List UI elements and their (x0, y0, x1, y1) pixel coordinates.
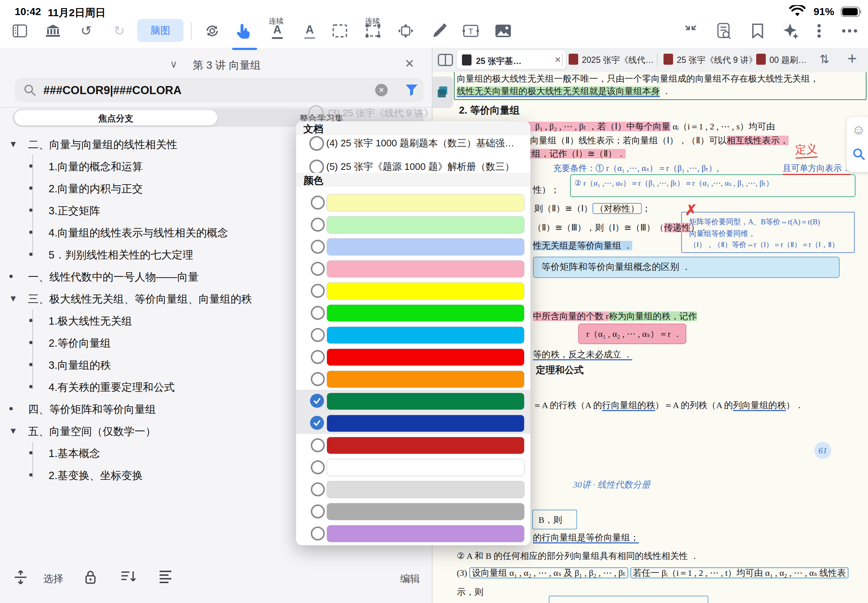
color-filter-item[interactable] (296, 305, 531, 326)
radio-icon[interactable] (309, 136, 324, 151)
radio-icon[interactable] (311, 218, 325, 232)
edit-button[interactable]: 编辑 (400, 572, 420, 585)
radio-icon (308, 105, 324, 121)
pencil-tool-icon[interactable] (431, 22, 448, 40)
collapse-icon[interactable] (682, 22, 699, 40)
page-number-badge[interactable]: 61 (814, 442, 831, 459)
color-filter-item[interactable] (296, 216, 531, 238)
radio-icon[interactable] (311, 306, 325, 320)
rect-select-tool-icon[interactable] (331, 22, 349, 40)
radio-icon[interactable] (311, 527, 325, 541)
pdf-annotation-box (549, 596, 709, 603)
app-window: 10:42 11月2日周日 91% ↺ ↻ 脑图 连续 (0, 0, 868, 603)
tab-sort-icon[interactable]: ⇅ (820, 52, 829, 66)
select-hand-tool-icon[interactable] (235, 22, 253, 40)
tab-focus-branch-label[interactable]: 焦点分支 (12, 113, 219, 124)
undo-icon[interactable]: ↺ (77, 22, 95, 40)
collapse-triangle-icon[interactable]: ▼ (9, 139, 18, 149)
underline-text-tool-icon[interactable]: A (301, 22, 319, 40)
radio-icon[interactable] (311, 372, 325, 386)
active-tool-indicator (232, 48, 257, 50)
toolbar-divider (191, 22, 192, 40)
status-time: 10:42 (15, 6, 41, 18)
emoji-icon[interactable]: ☺ (852, 122, 865, 138)
search-bar: ✕ (15, 78, 424, 102)
collapse-triangle-icon[interactable]: ▼ (9, 426, 18, 436)
color-filter-item[interactable] (296, 260, 531, 282)
image-tool-icon[interactable] (494, 22, 512, 40)
color-filter-item[interactable] (296, 459, 531, 481)
bookmark-icon[interactable] (749, 22, 766, 40)
collapse-triangle-icon[interactable]: ▼ (9, 294, 18, 304)
radio-icon[interactable] (311, 482, 325, 496)
radio-icon[interactable] (311, 504, 325, 518)
color-filter-item[interactable] (296, 415, 531, 437)
document-tab[interactable]: 00 题刷… (769, 54, 815, 66)
lock-icon[interactable] (83, 569, 98, 587)
outline-item-label: 二、向量与向量组的线性相关性 (28, 138, 177, 152)
page-search-icon[interactable] (853, 148, 865, 160)
more-menu-icon[interactable] (841, 22, 859, 40)
color-swatch (326, 305, 525, 322)
outline-item-label: 5．判别线性相关性的七大定理 (48, 248, 193, 263)
checked-icon[interactable] (310, 416, 324, 430)
split-view-icon[interactable] (438, 54, 453, 66)
search-input[interactable] (43, 82, 368, 99)
clear-search-icon[interactable]: ✕ (375, 84, 388, 96)
color-filter-item[interactable] (296, 326, 531, 349)
outline-item-label: 3.向量组的秩 (48, 358, 111, 373)
sort-list-icon[interactable] (121, 569, 137, 585)
color-filter-item[interactable] (296, 238, 531, 260)
document-search-icon[interactable] (715, 22, 733, 40)
color-filter-item[interactable] (296, 525, 531, 545)
color-filter-item[interactable] (296, 503, 531, 525)
radio-icon[interactable] (311, 460, 325, 474)
color-filter-item[interactable] (296, 282, 531, 305)
radio-icon[interactable] (311, 240, 325, 254)
page-title: 第 3 讲 向量组 (193, 58, 261, 73)
outline-item-label: 2.向量的内积与正交 (48, 182, 143, 196)
filter-funnel-icon[interactable] (405, 83, 419, 97)
color-filter-item[interactable] (296, 349, 531, 371)
document-tab[interactable]: 25 张宇《线代 9 讲》 (677, 54, 753, 66)
document-tab[interactable]: 2025 张宇《线代… (582, 54, 661, 66)
sidebar-toggle-icon[interactable] (11, 22, 29, 40)
filter-popup: 文档 (4) 25 张宇 1000 题刷题本（数三）基础强…(5) 25 张宇《… (296, 121, 531, 545)
radio-icon[interactable] (311, 284, 325, 298)
radio-icon[interactable] (311, 328, 325, 342)
close-tab-icon[interactable]: ✕ (555, 55, 561, 65)
select-button[interactable]: 选择 (43, 572, 63, 585)
radio-icon[interactable] (311, 196, 325, 210)
close-icon[interactable]: ✕ (405, 57, 415, 71)
radio-icon[interactable] (311, 350, 325, 364)
document-tab-bar: ⇅ + 25 张宇基…✕2025 张宇《线代…25 张宇《线代 9 讲》00 题… (433, 48, 868, 72)
ai-sparkle-icon[interactable] (782, 22, 800, 40)
layers-tab[interactable] (433, 76, 453, 108)
redo-icon[interactable]: ↻ (110, 22, 128, 40)
color-filter-item[interactable] (296, 371, 531, 393)
radio-icon[interactable] (311, 262, 325, 276)
text-box-tool-icon[interactable]: T (462, 22, 480, 40)
radio-icon[interactable] (309, 159, 324, 174)
kebab-menu-icon[interactable] (810, 22, 828, 40)
chevron-down-icon[interactable]: ∨ (170, 58, 178, 70)
fit-height-icon[interactable] (13, 569, 28, 587)
radio-icon[interactable] (311, 438, 325, 452)
multi-rect-select-tool-icon[interactable] (364, 22, 382, 40)
expand-selection-tool-icon[interactable] (397, 22, 415, 40)
color-filter-item[interactable] (296, 194, 531, 216)
mindmap-mode-button[interactable]: 脑图 (137, 19, 184, 42)
document-filter-item[interactable]: (4) 25 张宇 1000 题刷题本（数三）基础强… (296, 135, 531, 154)
color-filter-item[interactable] (296, 437, 531, 459)
add-tab-icon[interactable]: + (847, 49, 857, 68)
highlight-text-tool-icon[interactable]: A (269, 22, 286, 40)
document-icon (462, 54, 472, 65)
library-icon[interactable] (44, 22, 62, 40)
align-outline-icon[interactable] (158, 569, 173, 585)
checked-icon[interactable] (310, 394, 324, 408)
color-filter-item[interactable] (296, 481, 531, 503)
auto-sync-icon[interactable] (203, 22, 221, 40)
pdf-text-line: 2. 等价向量组 (459, 104, 520, 117)
document-tab[interactable]: 25 张宇基…✕ (457, 50, 566, 69)
color-filter-item[interactable] (296, 393, 531, 415)
